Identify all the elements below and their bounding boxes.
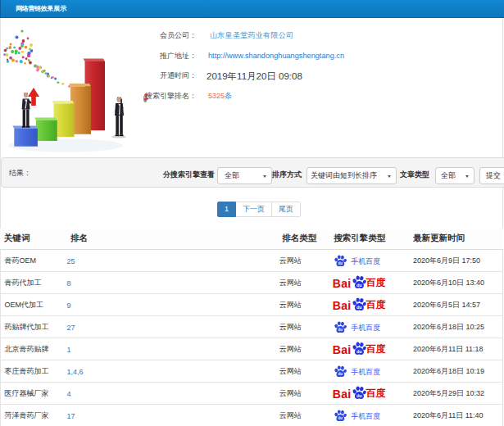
svg-text:du: du [356, 304, 362, 309]
svg-text:du: du [356, 282, 362, 287]
svg-text:du: du [338, 261, 343, 265]
svg-text:du: du [338, 371, 343, 375]
svg-text:du: du [356, 392, 362, 397]
svg-text:du: du [338, 327, 343, 331]
svg-text:du: du [338, 415, 343, 419]
svg-text:du: du [356, 348, 362, 353]
